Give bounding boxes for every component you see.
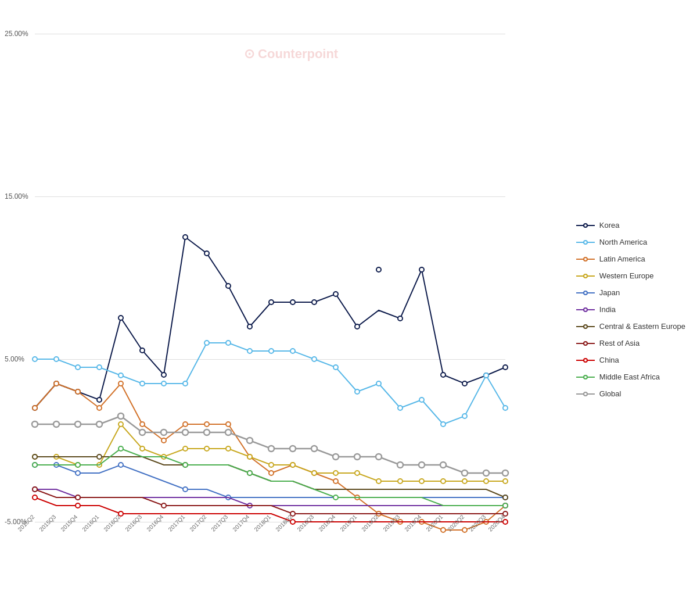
- korea-line: [35, 237, 505, 408]
- svg-point-136: [268, 446, 274, 452]
- svg-point-29: [161, 381, 166, 386]
- svg-point-125: [32, 421, 38, 427]
- svg-point-9: [226, 284, 231, 288]
- svg-point-78: [226, 446, 231, 451]
- svg-text:2018Q3: 2018Q3: [296, 513, 315, 532]
- y-axis-label-25: 25.00%: [5, 30, 28, 38]
- svg-point-121: [183, 463, 188, 467]
- svg-point-94: [76, 471, 80, 475]
- main-chart: 2015Q2 2015Q3 2015Q4 2016Q1 2016Q2 2016Q…: [35, 12, 540, 570]
- svg-point-111: [290, 511, 295, 516]
- svg-point-131: [161, 429, 167, 435]
- legend-item-north-america: North America: [576, 238, 685, 246]
- svg-point-107: [503, 495, 508, 500]
- svg-point-82: [312, 471, 317, 475]
- svg-point-46: [33, 406, 37, 410]
- svg-point-12: [290, 300, 295, 305]
- legend: Korea North America Latin America Wester…: [576, 221, 685, 398]
- svg-point-40: [398, 406, 403, 410]
- svg-point-139: [333, 454, 339, 460]
- svg-point-41: [419, 397, 424, 402]
- svg-point-10: [247, 324, 252, 329]
- svg-point-129: [118, 413, 124, 419]
- svg-point-142: [397, 462, 403, 468]
- svg-point-6: [161, 373, 166, 377]
- svg-point-28: [140, 381, 145, 386]
- legend-item-japan: Japan: [576, 288, 685, 297]
- svg-point-146: [483, 470, 489, 476]
- svg-point-135: [247, 438, 253, 443]
- svg-point-3: [97, 397, 102, 402]
- svg-point-20: [462, 381, 467, 386]
- svg-point-110: [161, 503, 166, 508]
- svg-text:2017Q2: 2017Q2: [188, 513, 207, 532]
- legend-label-mea: Middle East Africa: [599, 373, 660, 381]
- svg-point-140: [354, 454, 360, 460]
- svg-text:2017Q1: 2017Q1: [167, 513, 186, 532]
- legend-label-north-america: North America: [599, 238, 647, 246]
- north-america-line: [35, 343, 505, 424]
- legend-item-korea: Korea: [576, 221, 685, 230]
- svg-point-65: [441, 528, 445, 532]
- svg-point-32: [226, 341, 231, 345]
- svg-point-91: [503, 479, 508, 484]
- svg-point-96: [183, 487, 188, 492]
- svg-point-45: [503, 406, 508, 410]
- svg-point-54: [204, 422, 209, 427]
- legend-label-japan: Japan: [599, 288, 620, 297]
- legend-item-china: China: [576, 356, 685, 364]
- svg-point-113: [33, 495, 37, 500]
- svg-point-5: [140, 348, 145, 353]
- legend-label-korea: Korea: [599, 221, 620, 230]
- svg-point-51: [140, 422, 145, 427]
- svg-point-17: [398, 316, 403, 321]
- svg-point-122: [247, 471, 252, 475]
- svg-point-14: [333, 292, 338, 296]
- svg-point-48: [76, 389, 80, 394]
- svg-point-49: [97, 406, 102, 410]
- svg-point-137: [290, 446, 296, 452]
- svg-point-115: [118, 511, 123, 516]
- svg-point-74: [140, 446, 145, 451]
- svg-point-126: [53, 421, 59, 427]
- svg-text:2017Q4: 2017Q4: [231, 513, 250, 532]
- legend-label-latin-america: Latin America: [599, 255, 645, 263]
- svg-text:2016Q3: 2016Q3: [124, 513, 143, 532]
- svg-point-19: [441, 373, 445, 377]
- svg-point-55: [226, 422, 231, 427]
- svg-point-88: [441, 479, 445, 484]
- svg-point-103: [33, 454, 37, 459]
- svg-point-147: [502, 470, 508, 476]
- svg-point-83: [333, 471, 338, 475]
- svg-point-127: [75, 421, 81, 427]
- svg-point-81: [290, 463, 295, 467]
- svg-point-128: [96, 421, 102, 427]
- svg-point-108: [33, 487, 37, 492]
- svg-point-44: [484, 373, 488, 378]
- svg-text:2016Q1: 2016Q1: [81, 513, 100, 532]
- svg-text:2015Q4: 2015Q4: [59, 513, 78, 532]
- svg-point-31: [204, 341, 209, 345]
- svg-point-95: [118, 463, 123, 467]
- svg-point-47: [54, 381, 59, 386]
- svg-text:2018Q4: 2018Q4: [317, 513, 336, 532]
- svg-point-90: [484, 479, 488, 484]
- svg-point-124: [503, 503, 508, 508]
- svg-point-118: [33, 463, 37, 467]
- rest-asia-line: [35, 489, 505, 514]
- svg-text:2017Q3: 2017Q3: [210, 513, 229, 532]
- svg-point-50: [118, 381, 123, 386]
- svg-point-138: [311, 446, 317, 452]
- svg-point-132: [182, 429, 188, 435]
- legend-item-western-europe: Western Europe: [576, 271, 685, 280]
- svg-point-18: [419, 267, 424, 272]
- svg-point-57: [269, 471, 274, 475]
- legend-item-rest-asia: Rest of Asia: [576, 339, 685, 348]
- legend-label-western-europe: Western Europe: [599, 271, 654, 280]
- svg-point-73: [118, 422, 123, 427]
- svg-point-8: [204, 251, 209, 256]
- svg-text:2016Q2: 2016Q2: [102, 513, 121, 532]
- svg-point-143: [419, 462, 425, 468]
- y-axis-label-5: 5.00%: [5, 355, 24, 363]
- svg-point-133: [204, 429, 210, 435]
